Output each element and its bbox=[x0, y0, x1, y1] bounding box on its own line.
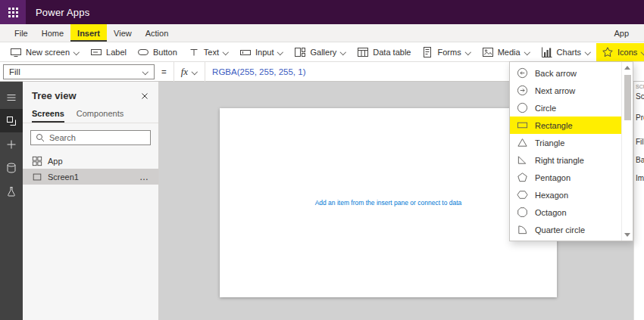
hexagon-icon bbox=[517, 189, 528, 200]
menu-item-app[interactable]: App bbox=[606, 24, 636, 42]
menu-item-action[interactable]: Action bbox=[139, 24, 176, 42]
properties-panel-label: SCREE bbox=[636, 84, 644, 89]
toolbar-item-data-table[interactable]: Data table bbox=[352, 43, 416, 61]
menu-item-label: Next arrow bbox=[535, 86, 575, 95]
chevron-down-icon bbox=[73, 49, 80, 55]
menu-item-label: Rectangle bbox=[535, 121, 573, 130]
icons-icon bbox=[602, 46, 614, 58]
menu-item-triangle[interactable]: Triangle bbox=[510, 134, 621, 151]
tree-item-screen1[interactable]: Screen1 … bbox=[23, 169, 158, 185]
chevron-down-icon bbox=[585, 49, 591, 55]
menu-item-circle[interactable]: Circle bbox=[510, 99, 621, 117]
menu-item-back-arrow[interactable]: Back arrow bbox=[510, 64, 621, 82]
quarter-circle-icon bbox=[517, 224, 528, 235]
menu-item-right-triangle[interactable]: Right triangle bbox=[510, 151, 621, 169]
charts-icon bbox=[541, 46, 553, 58]
tree-view-header: Tree view bbox=[23, 82, 158, 107]
menu-item-pentagon[interactable]: Pentagon bbox=[510, 169, 621, 186]
media-icon bbox=[482, 46, 494, 58]
chevron-down-icon bbox=[223, 49, 229, 55]
tree-item-label: Screen1 bbox=[48, 172, 79, 182]
toolbar-item-forms[interactable]: Forms bbox=[416, 43, 476, 61]
menu-item-rectangle[interactable]: Rectangle bbox=[510, 117, 621, 134]
toolbar-item-label: New screen bbox=[26, 48, 70, 57]
property-selector-value: Fill bbox=[9, 67, 20, 76]
menu-item-insert[interactable]: Insert bbox=[70, 24, 107, 42]
rail-item-menu[interactable] bbox=[0, 85, 23, 109]
button-icon bbox=[137, 46, 149, 58]
text-icon bbox=[188, 46, 200, 58]
tree-view-tabs: Screens Components bbox=[23, 107, 158, 123]
close-icon[interactable] bbox=[140, 92, 149, 101]
rectangle-icon bbox=[517, 120, 528, 131]
toolbar-item-label[interactable]: Label bbox=[85, 43, 132, 61]
rail-item-advanced-tools[interactable] bbox=[0, 179, 23, 203]
powerapps-studio: Power Apps File Home Insert View Action … bbox=[0, 0, 644, 320]
properties-panel-clipped: SCREE Scree Prope Fill Back Imag bbox=[633, 82, 644, 320]
menu-bar-spacer bbox=[175, 24, 606, 42]
tree-item-app[interactable]: App bbox=[23, 153, 158, 169]
toolbar-item-button[interactable]: Button bbox=[132, 43, 183, 61]
toolbar-item-label: Data table bbox=[373, 48, 411, 57]
menu-item-quarter-circle[interactable]: Quarter circle bbox=[510, 221, 621, 238]
screen-artboard[interactable]: Add an item from the insert pane or conn… bbox=[220, 108, 557, 297]
menu-item-file[interactable]: File bbox=[8, 24, 35, 42]
search-box[interactable] bbox=[30, 130, 151, 145]
scroll-up-icon[interactable] bbox=[624, 66, 630, 70]
formula-text: RGBA(255, 255, 255, 1) bbox=[212, 67, 305, 76]
triangle-icon bbox=[517, 137, 528, 148]
rail-item-tree-view[interactable] bbox=[0, 109, 23, 132]
toolbar-item-label: Media bbox=[498, 48, 521, 57]
toolbar-item-input[interactable]: Input bbox=[234, 43, 289, 61]
tab-components[interactable]: Components bbox=[77, 107, 123, 123]
toolbar-item-new-screen[interactable]: New screen bbox=[5, 43, 85, 61]
scroll-down-icon[interactable] bbox=[624, 233, 630, 237]
fx-label: fx bbox=[181, 66, 188, 78]
rail-item-add[interactable] bbox=[0, 132, 23, 156]
toolbar-item-label: Charts bbox=[557, 48, 581, 57]
tab-screens[interactable]: Screens bbox=[32, 107, 64, 123]
add-icon bbox=[5, 138, 17, 151]
toolbar-item-gallery[interactable]: Gallery bbox=[289, 43, 352, 61]
property-selector[interactable]: Fill bbox=[3, 64, 155, 79]
left-rail bbox=[0, 82, 23, 320]
data-table-icon bbox=[357, 46, 369, 58]
forms-icon bbox=[421, 46, 433, 58]
chevron-down-icon bbox=[277, 49, 283, 55]
icons-dropdown-list: Back arrow Next arrow Circle Rectangle T… bbox=[510, 62, 621, 241]
canvas-empty-message: Add an item from the insert pane or conn… bbox=[220, 199, 557, 207]
waffle-icon bbox=[8, 8, 18, 17]
chevron-down-icon bbox=[641, 49, 644, 55]
app-launcher-button[interactable] bbox=[0, 0, 26, 24]
more-options-icon[interactable]: … bbox=[139, 172, 149, 182]
fx-button[interactable]: fx bbox=[174, 62, 205, 82]
scrollbar-thumb[interactable] bbox=[624, 75, 631, 120]
toolbar-item-label: Gallery bbox=[310, 48, 336, 57]
toolbar-item-charts[interactable]: Charts bbox=[536, 43, 596, 61]
toolbar-item-icons[interactable]: Icons bbox=[596, 43, 644, 61]
dropdown-scrollbar[interactable] bbox=[621, 62, 633, 241]
toolbar-item-media[interactable]: Media bbox=[477, 43, 536, 61]
menu-item-home[interactable]: Home bbox=[35, 24, 70, 42]
menu-item-view[interactable]: View bbox=[107, 24, 139, 42]
input-icon bbox=[239, 46, 252, 58]
right-triangle-icon bbox=[517, 154, 528, 166]
menu-item-next-arrow[interactable]: Next arrow bbox=[510, 82, 621, 99]
menu-item-label: Circle bbox=[535, 104, 556, 113]
menu-item-label: Pentagon bbox=[535, 173, 571, 182]
rail-item-data-sources[interactable] bbox=[0, 156, 23, 179]
menu-item-hexagon[interactable]: Hexagon bbox=[510, 186, 621, 203]
tree-view-icon bbox=[5, 115, 17, 127]
search-icon bbox=[36, 133, 45, 142]
toolbar-item-label: Icons bbox=[617, 48, 637, 57]
toolbar-item-label: Input bbox=[255, 48, 274, 57]
menu-item-label: Back arrow bbox=[535, 69, 577, 78]
equals-sign: = bbox=[161, 67, 167, 76]
menu-item-octagon[interactable]: Octagon bbox=[510, 203, 621, 221]
toolbar-item-text[interactable]: Text bbox=[183, 43, 234, 61]
search-input[interactable] bbox=[49, 133, 145, 142]
tree-view-panel: Tree view Screens Components App Screen1 bbox=[23, 82, 159, 320]
pentagon-icon bbox=[517, 172, 528, 183]
data-sources-icon bbox=[5, 162, 17, 174]
chevron-down-icon bbox=[192, 69, 198, 75]
